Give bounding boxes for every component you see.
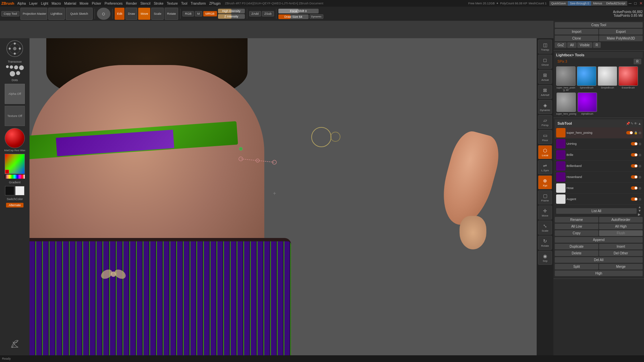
all-low-button[interactable]: All Low xyxy=(555,224,598,229)
make-polymesh3d-button[interactable]: Make PolyMesh3D xyxy=(599,36,643,41)
arrow-up[interactable]: ▲ xyxy=(638,205,641,209)
aahalf-button[interactable]: ⊠ AAHalf xyxy=(538,85,552,99)
rgb-button[interactable]: RGB xyxy=(182,11,194,16)
m-button[interactable]: M xyxy=(195,11,202,16)
brush-thumb-eraser[interactable]: EraserBrush xyxy=(619,66,638,91)
insert-button[interactable]: Insert xyxy=(599,244,643,249)
lightbox-button[interactable]: LightBox xyxy=(48,8,65,20)
window-maximize[interactable]: □ xyxy=(633,1,638,6)
window-close[interactable]: ✕ xyxy=(638,1,644,6)
xyz-button[interactable]: ⊕ Xyz xyxy=(538,175,552,189)
persp-button[interactable]: ▱ Persp xyxy=(538,115,552,129)
z-intensity-slider[interactable]: Z Intensity xyxy=(218,14,245,19)
menu-material[interactable]: Material xyxy=(63,1,78,6)
dynamic-view-button[interactable]: ◈ Dynamic xyxy=(538,100,552,114)
alternate-button[interactable]: Alternate xyxy=(6,203,23,207)
see-through-button[interactable]: See-through 0 xyxy=(568,1,591,6)
move-view-button[interactable]: ✛ Move xyxy=(538,205,552,220)
subtool-item-brillenband[interactable]: Brillenband ◎ xyxy=(555,161,643,172)
rotate-view-button[interactable]: ↻ Rotate xyxy=(538,236,552,250)
brush-dots-display[interactable] xyxy=(5,65,25,76)
visible-button[interactable]: Visible xyxy=(577,42,592,48)
subtool-toggle-superhero[interactable] xyxy=(626,131,633,134)
hue-slider[interactable] xyxy=(5,175,25,179)
snp-button[interactable]: ◉ Snp xyxy=(538,251,552,265)
brush-thumb-simple[interactable]: SimpleBrush xyxy=(598,66,617,91)
actual-button[interactable]: ⊞ Actual xyxy=(538,70,552,84)
arrow-down[interactable]: ▼ xyxy=(638,209,641,213)
del-other-button[interactable]: Del Other xyxy=(599,250,643,256)
high-button[interactable]: High xyxy=(555,270,643,276)
transp-button[interactable]: ◫ Transp xyxy=(538,40,552,54)
subtool-edit-icon[interactable]: ✎ xyxy=(631,122,633,125)
copy-tool-rp-button[interactable]: Copy Tool xyxy=(555,22,643,28)
subtool-item-augent[interactable]: Augent ◎ xyxy=(555,194,643,205)
black-swatch[interactable] xyxy=(5,186,14,195)
local-button[interactable]: ⬡ Local xyxy=(538,145,552,159)
all-button[interactable]: All xyxy=(567,42,576,48)
copy-tool-button[interactable]: Copy Tool xyxy=(1,11,19,16)
subtool-toggle-brille[interactable] xyxy=(631,153,638,157)
arrow-right[interactable]: ▶ xyxy=(638,213,641,216)
texture-selector[interactable]: Texture Off xyxy=(5,106,25,126)
color-picker[interactable] xyxy=(5,154,25,174)
subtool-pin-icon[interactable]: 📌 xyxy=(626,122,630,125)
brush-thumb-alpha[interactable]: AlphaBrush xyxy=(578,93,597,115)
window-minimize[interactable]: ─ xyxy=(627,1,633,6)
flush-button[interactable]: Flush xyxy=(599,230,643,236)
scale-button[interactable]: Scale xyxy=(151,8,164,20)
subtool-toggle-hosenband[interactable] xyxy=(631,175,638,179)
menu-preferences[interactable]: Preferences xyxy=(103,1,124,6)
menu-macro[interactable]: Macro xyxy=(50,1,63,6)
split-button[interactable]: Split xyxy=(555,264,598,269)
move-button[interactable]: Move xyxy=(138,8,150,20)
rgb-intensity-slider[interactable]: High Intensity xyxy=(218,9,245,13)
subtool-up-icon[interactable]: ▲ xyxy=(638,122,641,125)
menu-stencil[interactable]: Stencil xyxy=(139,1,152,6)
brush-selector[interactable]: ○ xyxy=(97,8,110,20)
menu-transform[interactable]: Transform xyxy=(189,1,207,6)
brush-thumb-superhero2[interactable]: super_hero_posing xyxy=(556,93,576,115)
menu-alpha[interactable]: Alpha xyxy=(16,1,28,6)
floor-button[interactable]: ▭ Floor xyxy=(538,130,552,144)
goz-button[interactable]: GoZ xyxy=(555,42,567,48)
projection-master-button[interactable]: Projection Master xyxy=(20,8,47,20)
menu-tool[interactable]: Tool xyxy=(179,1,189,6)
append-button[interactable]: Append xyxy=(555,237,643,243)
ghost-button[interactable]: ◻ Ghost xyxy=(538,55,552,69)
menu-picker[interactable]: Picker xyxy=(90,1,103,6)
subtool-item-hose[interactable]: Hose ◎ xyxy=(555,183,643,194)
subtool-toggle-brillenband[interactable] xyxy=(631,164,638,168)
menu-zplugin[interactable]: ZPlugin xyxy=(208,1,222,6)
canvas-area[interactable]: + xyxy=(30,38,537,355)
draw-size-slider[interactable]: Draw Size 64 xyxy=(278,14,309,19)
subtool-item-brille[interactable]: Brille ◎ xyxy=(555,149,643,161)
draw-button[interactable]: Draw xyxy=(125,8,137,20)
auto-reorder-button[interactable]: AutoReorder xyxy=(599,217,643,223)
clone-button[interactable]: Clone xyxy=(555,36,598,41)
mrgb-button[interactable]: MRGB xyxy=(203,11,217,16)
zsub-button[interactable]: ZSub xyxy=(262,11,274,16)
quicksave-button[interactable]: QuickSave xyxy=(549,1,568,6)
menu-layer[interactable]: Layer xyxy=(28,1,39,6)
subtool-eye-icon[interactable]: 👁 xyxy=(634,122,637,125)
brush-thumb-superhero[interactable]: super_hero_posing: 48 xyxy=(556,66,576,91)
rename-button[interactable]: Rename xyxy=(555,217,598,223)
rotate-button[interactable]: Rotate xyxy=(165,8,178,20)
subtool-toggle-hose[interactable] xyxy=(631,186,638,190)
frame-button[interactable]: ▢ Frame xyxy=(538,190,552,204)
menu-movie[interactable]: Movie xyxy=(78,1,90,6)
subtool-toggle-unhing[interactable] xyxy=(631,142,638,145)
menu-light[interactable]: Light xyxy=(39,1,50,6)
copy-button[interactable]: Copy xyxy=(555,230,598,236)
material-sphere[interactable] xyxy=(5,128,25,148)
white-swatch[interactable] xyxy=(15,186,24,195)
menu-texture[interactable]: Texture xyxy=(165,1,179,6)
export-button[interactable]: Export xyxy=(599,29,643,35)
scale-view-button[interactable]: ⤡ Scale xyxy=(538,221,552,235)
import-button[interactable]: Import xyxy=(555,29,598,35)
rotation-gizmo[interactable] xyxy=(6,40,24,58)
menu-render[interactable]: Render xyxy=(124,1,139,6)
lsym-button[interactable]: ⇌ L.Sym xyxy=(538,160,552,174)
merge-button[interactable]: Merge xyxy=(599,264,643,269)
